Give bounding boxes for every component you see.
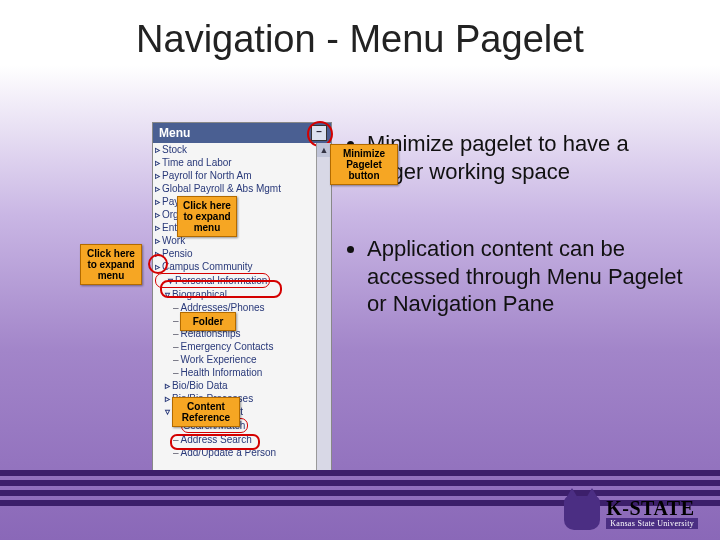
menu-subitem[interactable]: –Work Experience xyxy=(155,353,315,366)
kstate-logo: K-STATE Kansas State University xyxy=(564,496,698,530)
callout-content-reference: Content Reference xyxy=(172,397,240,427)
slide: Navigation - Menu Pagelet Minimize pagel… xyxy=(0,0,720,540)
menu-screenshot: Menu – ▲ ▹Stock ▹Time and Labor ▹Payroll… xyxy=(82,122,332,482)
menu-item[interactable]: ▹Pensio xyxy=(155,247,315,260)
slide-title: Navigation - Menu Pagelet xyxy=(0,18,720,61)
callout-minimize-button: Minimize Pagelet button xyxy=(330,144,398,185)
menu-subitem[interactable]: –Emergency Contacts xyxy=(155,340,315,353)
highlight-circle-icon xyxy=(160,280,282,298)
bullet-item: Application content can be accessed thro… xyxy=(367,235,690,318)
logo-subtext: Kansas State University xyxy=(606,518,698,529)
highlight-circle-icon xyxy=(170,434,260,450)
callout-expand-menu: Click here to expand menu xyxy=(80,244,142,285)
menu-subitem[interactable]: –Health Information xyxy=(155,366,315,379)
menu-header: Menu – xyxy=(153,123,331,143)
menu-item[interactable]: ▹Bio/Bio Data xyxy=(155,379,315,392)
callout-expand-menu: Click here to expand menu xyxy=(177,196,237,237)
bullet-item: Minimize pagelet to have a larger workin… xyxy=(367,130,690,185)
menu-item[interactable]: ▹Payroll for North Am xyxy=(155,169,315,182)
callout-folder: Folder xyxy=(180,312,236,331)
menu-item[interactable]: ▹Stock xyxy=(155,143,315,156)
menu-item[interactable]: ▹Time and Labor xyxy=(155,156,315,169)
scrollbar[interactable]: ▲ xyxy=(316,143,331,471)
logo-text: K-STATE xyxy=(606,497,694,519)
powercat-icon xyxy=(564,496,600,530)
highlight-circle-icon xyxy=(148,254,168,274)
menu-item[interactable]: ▹Campus Community xyxy=(155,260,315,273)
menu-item[interactable]: ▹Global Payroll & Abs Mgmt xyxy=(155,182,315,195)
menu-header-label: Menu xyxy=(159,126,190,140)
scroll-up-icon[interactable]: ▲ xyxy=(317,143,331,157)
